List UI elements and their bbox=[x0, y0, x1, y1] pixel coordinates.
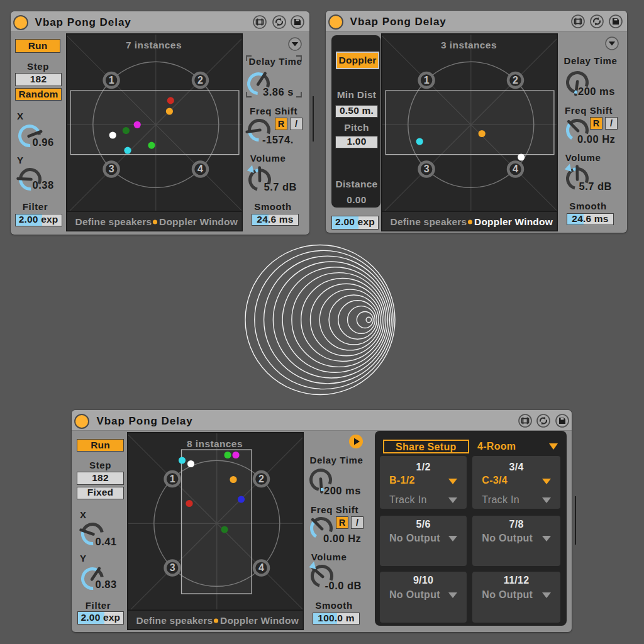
svg-text:4: 4 bbox=[258, 562, 264, 573]
svg-text:Doppler Window: Doppler Window bbox=[220, 615, 299, 626]
svg-text:1: 1 bbox=[170, 474, 175, 484]
svg-text:4: 4 bbox=[197, 164, 203, 174]
svg-text:1: 1 bbox=[108, 75, 114, 86]
svg-text:4: 4 bbox=[513, 164, 518, 174]
svg-text:7 instances: 7 instances bbox=[126, 40, 182, 50]
svg-text:8 instances: 8 instances bbox=[187, 438, 243, 449]
svg-text:Define speakers: Define speakers bbox=[391, 216, 467, 227]
svg-text:Define speakers: Define speakers bbox=[136, 615, 213, 626]
svg-text:1: 1 bbox=[424, 75, 430, 86]
svg-text:3: 3 bbox=[424, 164, 430, 174]
svg-text:Doppler Window: Doppler Window bbox=[474, 216, 553, 227]
svg-text:3: 3 bbox=[170, 562, 175, 573]
svg-text:3 instances: 3 instances bbox=[441, 40, 497, 50]
svg-text:Doppler Window: Doppler Window bbox=[159, 216, 238, 227]
svg-text:Define speakers: Define speakers bbox=[75, 216, 152, 227]
svg-text:2: 2 bbox=[513, 75, 518, 86]
svg-text:2: 2 bbox=[258, 474, 264, 484]
svg-text:3: 3 bbox=[108, 164, 114, 174]
svg-text:2: 2 bbox=[197, 75, 203, 86]
